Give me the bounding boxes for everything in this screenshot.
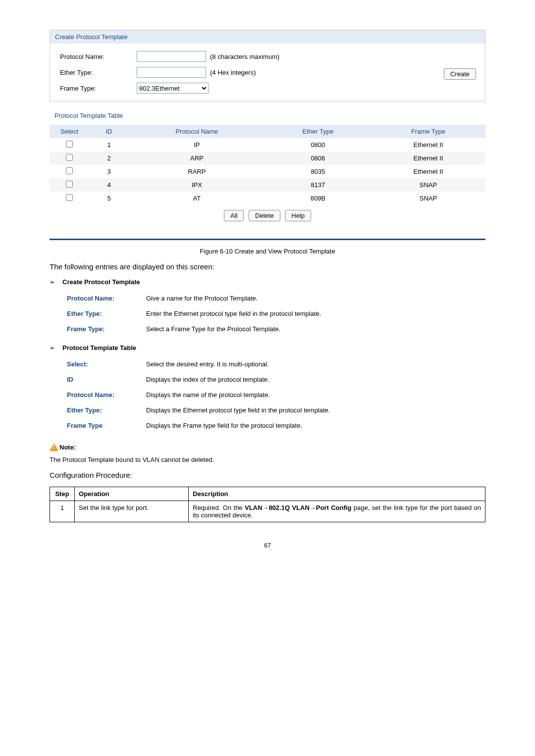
cell-ether: 8137: [265, 178, 371, 192]
th-description: Description: [189, 487, 485, 501]
procedure-row: 1 Set the link type for port. Required. …: [50, 501, 485, 522]
cell-id: 3: [89, 165, 129, 178]
definition-term: Frame Type:: [67, 325, 146, 333]
all-button[interactable]: All: [224, 210, 244, 221]
definition-row: ID Displays the index of the protocol te…: [67, 372, 485, 387]
row-checkbox[interactable]: [66, 141, 73, 148]
definition-desc: Give a name for the Protocol Template.: [146, 295, 485, 302]
create-protocol-form: Create Protocol Template Protocol Name: …: [50, 30, 485, 101]
arrow-icon: ➢: [50, 278, 55, 286]
frame-type-label: Frame Type:: [60, 85, 137, 92]
definition-row: Frame Type Displays the Frame type field…: [67, 418, 485, 433]
row-checkbox[interactable]: [66, 167, 73, 174]
config-heading: Configuration Procedure:: [50, 471, 485, 479]
row-checkbox[interactable]: [66, 154, 73, 161]
th-id: ID: [89, 125, 129, 138]
cell-name: ARP: [129, 151, 265, 165]
cell-name: IP: [129, 138, 265, 151]
cell-ether: 0806: [265, 151, 371, 165]
th-select: Select: [50, 125, 89, 138]
table-row: 1 IP 0800 Ethernet II: [50, 138, 485, 151]
definition-desc: Select a Frame Type for the Protocol Tem…: [146, 325, 485, 333]
cell-id: 2: [89, 151, 129, 165]
cell-frame: Ethernet II: [371, 151, 485, 165]
table-row: 5 AT 809B SNAP: [50, 192, 485, 205]
cell-frame: SNAP: [371, 192, 485, 205]
th-frame-type: Frame Type: [371, 125, 485, 138]
definition-desc: Enter the Ethernet protocol type field i…: [146, 310, 485, 317]
note-text: The Protocol Template bound to VLAN cann…: [50, 456, 485, 463]
divider: [50, 239, 485, 240]
cell-ether: 8035: [265, 165, 371, 178]
definition-term: Frame Type: [67, 422, 146, 429]
ether-type-label: Ether Type:: [60, 69, 137, 76]
frame-type-select[interactable]: 802.3Ethernet: [137, 83, 209, 94]
cell-ether: 809B: [265, 192, 371, 205]
ether-type-hint: (4 Hex integers): [210, 69, 256, 76]
create-button[interactable]: Create: [444, 68, 476, 80]
table-row: 3 RARP 8035 Ethernet II: [50, 165, 485, 178]
definition-term: Ether Type:: [67, 310, 146, 317]
cell-ether: 0800: [265, 138, 371, 151]
help-button[interactable]: Help: [285, 210, 311, 221]
definition-desc: Select the desired entry. It is multi-op…: [146, 360, 485, 368]
protocol-name-hint: (8 characters maximum): [210, 53, 279, 60]
protocol-data-table: Select ID Protocol Name Ether Type Frame…: [50, 125, 485, 205]
definition-row: Select: Select the desired entry. It is …: [67, 356, 485, 372]
definition-desc: Displays the index of the protocol templ…: [146, 376, 485, 383]
definition-term: Protocol Name:: [67, 295, 146, 302]
definition-term: Select:: [67, 360, 146, 368]
protocol-name-input[interactable]: [137, 51, 206, 62]
protocol-name-label: Protocol Name:: [60, 53, 137, 60]
definition-row: Protocol Name: Displays the name of the …: [67, 387, 485, 403]
definition-row: Frame Type: Select a Frame Type for the …: [67, 321, 485, 337]
cell-frame: SNAP: [371, 178, 485, 192]
cell-id: 1: [89, 138, 129, 151]
table-defs-title: Protocol Template Table: [62, 344, 136, 352]
definition-term: ID: [67, 376, 146, 383]
definition-row: Ether Type: Displays the Ethernet protoc…: [67, 403, 485, 418]
row-checkbox[interactable]: [66, 181, 73, 188]
delete-button[interactable]: Delete: [249, 210, 280, 221]
cell-frame: Ethernet II: [371, 165, 485, 178]
intro-text: The following entries are displayed on t…: [50, 262, 485, 271]
page-number: 67: [50, 542, 485, 549]
table-row: 2 ARP 0806 Ethernet II: [50, 151, 485, 165]
definitions-section: ➢ Create Protocol Template Protocol Name…: [50, 278, 485, 433]
cell-step: 1: [50, 501, 75, 522]
create-defs-title: Create Protocol Template: [62, 278, 140, 286]
cell-id: 4: [89, 178, 129, 192]
th-operation: Operation: [75, 487, 189, 501]
cell-name: AT: [129, 192, 265, 205]
th-protocol-name: Protocol Name: [129, 125, 265, 138]
warning-icon: [50, 443, 58, 451]
cell-name: RARP: [129, 165, 265, 178]
table-row: 4 IPX 8137 SNAP: [50, 178, 485, 192]
cell-frame: Ethernet II: [371, 138, 485, 151]
note-section: Note: The Protocol Template bound to VLA…: [50, 443, 485, 463]
ether-type-input[interactable]: [137, 67, 206, 78]
definition-desc: Displays the Frame type field for the pr…: [146, 422, 485, 429]
note-label: Note:: [59, 444, 76, 451]
cell-description: Required. On the VLAN→802.1Q VLAN→Port C…: [189, 501, 485, 522]
definition-row: Protocol Name: Give a name for the Proto…: [67, 291, 485, 306]
definition-desc: Displays the Ethernet protocol type fiel…: [146, 406, 485, 414]
cell-name: IPX: [129, 178, 265, 192]
arrow-icon: ➢: [50, 344, 55, 352]
th-ether-type: Ether Type: [265, 125, 371, 138]
definition-term: Ether Type:: [67, 406, 146, 414]
definition-desc: Displays the name of the protocol templa…: [146, 391, 485, 399]
row-checkbox[interactable]: [66, 194, 73, 201]
cell-id: 5: [89, 192, 129, 205]
figure-caption: Figure 6-10 Create and View Protocol Tem…: [50, 248, 485, 255]
cell-operation: Set the link type for port.: [75, 501, 189, 522]
protocol-template-table-section: Protocol Template Table Select ID Protoc…: [50, 109, 485, 231]
definition-row: Ether Type: Enter the Ethernet protocol …: [67, 306, 485, 321]
table-section-title: Protocol Template Table: [50, 109, 485, 122]
definition-term: Protocol Name:: [67, 391, 146, 399]
th-step: Step: [50, 487, 75, 501]
create-section-title: Create Protocol Template: [50, 30, 485, 44]
procedure-table: Step Operation Description 1 Set the lin…: [50, 487, 485, 522]
